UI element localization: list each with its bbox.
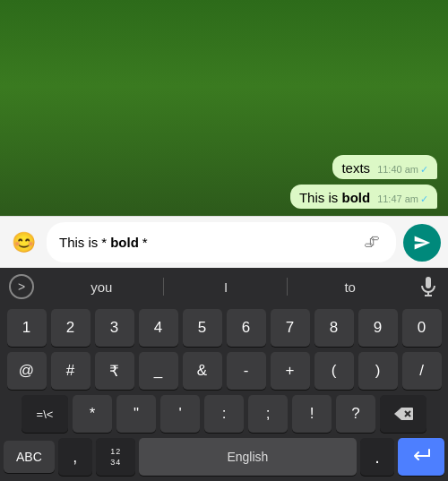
input-text: This is <box>59 235 98 250</box>
key-semicolon[interactable]: ; <box>248 395 288 433</box>
bubble1-check: ✓ <box>420 164 428 176</box>
bubble1-time: 11:40 am ✓ <box>377 164 428 176</box>
key-3[interactable]: 3 <box>95 309 134 347</box>
num-grid-button[interactable]: 12 34 <box>96 438 135 476</box>
key-4[interactable]: 4 <box>139 309 178 347</box>
backspace-button[interactable] <box>380 395 426 433</box>
suggestion-items: you I to <box>39 272 412 302</box>
bubble1-text: texts <box>341 160 370 176</box>
key-at[interactable]: @ <box>7 352 47 390</box>
abc-button[interactable]: ABC <box>4 441 55 473</box>
input-asterisk2: * <box>142 235 148 250</box>
key-0[interactable]: 0 <box>402 309 442 347</box>
key-1[interactable]: 1 <box>7 309 47 347</box>
key-rparen[interactable]: ) <box>358 352 398 390</box>
send-button[interactable] <box>403 224 441 262</box>
mic-button[interactable] <box>412 268 444 305</box>
key-quote[interactable]: " <box>116 395 156 433</box>
suggestion-you[interactable]: you <box>39 272 164 302</box>
suggestion-i[interactable]: I <box>164 272 289 302</box>
enter-icon <box>411 449 431 465</box>
key-ampersand[interactable]: & <box>183 352 222 390</box>
symbol-row2: =\< * " ' : ; ! ? <box>2 395 446 433</box>
key-5[interactable]: 5 <box>183 309 222 347</box>
key-9[interactable]: 9 <box>358 309 398 347</box>
key-question[interactable]: ? <box>336 395 375 433</box>
key-exclamation[interactable]: ! <box>292 395 332 433</box>
suggestion-to[interactable]: to <box>288 272 412 302</box>
comma-button[interactable]: , <box>58 438 92 476</box>
input-asterisk1: * <box>101 235 107 250</box>
key-lparen[interactable]: ( <box>314 352 354 390</box>
keyboard: 1 2 3 4 5 6 7 8 9 0 @ # ₹ _ & - + ( ) / … <box>0 305 448 434</box>
input-bold: bold <box>110 235 139 250</box>
emoji-button[interactable]: 😊 <box>7 227 39 259</box>
bubble2-time: 11:47 am ✓ <box>377 193 428 205</box>
num-grid-icon: 12 34 <box>110 447 120 468</box>
key-underscore[interactable]: _ <box>139 352 178 390</box>
period-button[interactable]: . <box>360 438 394 476</box>
attach-button[interactable]: 🖇 <box>360 229 383 255</box>
key-equals-backslash[interactable]: =\< <box>22 395 68 433</box>
key-7[interactable]: 7 <box>271 309 310 347</box>
key-6[interactable]: 6 <box>227 309 266 347</box>
chat-bubble-1: texts 11:40 am ✓ <box>332 155 437 179</box>
chat-area: texts 11:40 am ✓ This is bold 11:47 am ✓ <box>0 0 448 216</box>
enter-button[interactable] <box>398 438 444 476</box>
key-hash[interactable]: # <box>51 352 90 390</box>
send-icon <box>413 234 431 252</box>
key-8[interactable]: 8 <box>314 309 354 347</box>
key-slash[interactable]: / <box>402 352 442 390</box>
key-plus[interactable]: + <box>271 352 310 390</box>
bubble2-bold: bold <box>341 190 370 205</box>
keyboard-bottom: ABC , 12 34 English . <box>0 434 448 481</box>
chevron-circle: > <box>9 274 34 299</box>
bubble2-check: ✓ <box>420 193 428 205</box>
suggestions-row: > you I to <box>0 268 448 305</box>
bubble2-text: This is bold <box>299 190 370 205</box>
key-minus[interactable]: - <box>227 352 266 390</box>
backspace-icon <box>393 407 413 421</box>
input-area: 😊 This is *bold* 🖇 <box>0 216 448 268</box>
key-apostrophe[interactable]: ' <box>160 395 200 433</box>
key-colon[interactable]: : <box>204 395 244 433</box>
symbol-row1: @ # ₹ _ & - + ( ) / <box>2 352 446 390</box>
key-2[interactable]: 2 <box>51 309 90 347</box>
chevron-button[interactable]: > <box>4 268 39 305</box>
number-row: 1 2 3 4 5 6 7 8 9 0 <box>2 309 446 347</box>
svg-rect-0 <box>426 277 431 288</box>
mic-icon <box>420 277 436 296</box>
key-asterisk[interactable]: * <box>73 395 112 433</box>
language-button[interactable]: English <box>139 438 357 476</box>
key-rupee[interactable]: ₹ <box>95 352 134 390</box>
chat-bubble-2: This is bold 11:47 am ✓ <box>290 185 437 209</box>
